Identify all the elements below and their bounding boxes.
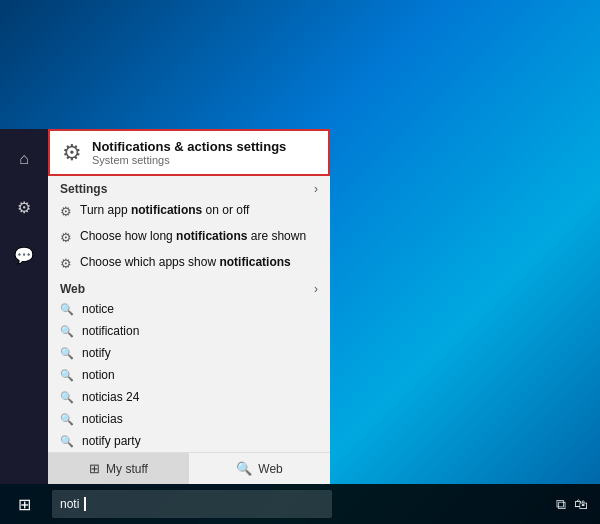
web-item-notify-text: notify (82, 346, 111, 360)
windows-icon: ⊞ (89, 461, 100, 476)
settings-item-2-icon: ⚙ (60, 230, 72, 245)
settings-item-2-text: Choose how long notifications are shown (80, 229, 306, 245)
web-item-notification-text: notification (82, 324, 139, 338)
settings-section-arrow: › (314, 182, 318, 196)
web-item-noticias24[interactable]: 🔍 noticias 24 (48, 386, 330, 408)
tab-my-stuff[interactable]: ⊞ My stuff (48, 453, 189, 484)
search-icon-3: 🔍 (60, 347, 74, 360)
tab-my-stuff-label: My stuff (106, 462, 148, 476)
sidebar: ⌂ ⚙ 💬 (0, 129, 48, 484)
web-item-notify-party-text: notify party (82, 434, 141, 448)
web-item-notification[interactable]: 🔍 notification (48, 320, 330, 342)
web-item-notion-text: notion (82, 368, 115, 382)
search-icon-7: 🔍 (60, 435, 74, 448)
store-icon[interactable]: 🛍 (574, 496, 588, 512)
search-icon-4: 🔍 (60, 369, 74, 382)
taskbar-search-text: noti (60, 497, 86, 511)
cursor (84, 497, 86, 511)
taskbar-search-typed: noti (60, 497, 79, 511)
settings-section-header: Settings › (48, 176, 330, 198)
settings-item-1[interactable]: ⚙ Turn app notifications on or off (48, 198, 330, 224)
search-icon-1: 🔍 (60, 303, 74, 316)
tab-web-label: Web (258, 462, 282, 476)
taskbar-search-box[interactable]: noti (52, 490, 332, 518)
sidebar-feedback-icon[interactable]: 💬 (0, 233, 48, 277)
top-result-subtitle: System settings (92, 154, 286, 166)
menu-content: ⚙ Notifications & actions settings Syste… (48, 129, 330, 484)
search-icon-6: 🔍 (60, 413, 74, 426)
top-result-icon: ⚙ (62, 140, 82, 166)
web-section-label: Web (60, 282, 85, 296)
start-button[interactable]: ⊞ (0, 484, 48, 524)
web-item-notion[interactable]: 🔍 notion (48, 364, 330, 386)
web-item-notice[interactable]: 🔍 notice (48, 298, 330, 320)
top-result-text: Notifications & actions settings System … (92, 139, 286, 166)
web-search-icon: 🔍 (236, 461, 252, 476)
web-section-arrow: › (314, 282, 318, 296)
search-icon-5: 🔍 (60, 391, 74, 404)
web-item-noticias[interactable]: 🔍 noticias (48, 408, 330, 430)
start-menu: ⌂ ⚙ 💬 ⚙ Notifications & actions settings… (0, 129, 330, 484)
bottom-tabs: ⊞ My stuff 🔍 Web (48, 452, 330, 484)
settings-item-1-text: Turn app notifications on or off (80, 203, 249, 219)
tab-web[interactable]: 🔍 Web (189, 453, 330, 484)
web-item-notice-text: notice (82, 302, 114, 316)
taskbar: ⊞ noti ⧉ 🛍 (0, 484, 600, 524)
settings-item-3-text: Choose which apps show notifications (80, 255, 291, 271)
web-item-notify[interactable]: 🔍 notify (48, 342, 330, 364)
sidebar-home-icon[interactable]: ⌂ (0, 137, 48, 181)
taskbar-icons: ⧉ 🛍 (556, 496, 600, 513)
sidebar-settings-icon[interactable]: ⚙ (0, 185, 48, 229)
web-item-noticias24-text: noticias 24 (82, 390, 139, 404)
settings-section-label: Settings (60, 182, 107, 196)
settings-item-3-icon: ⚙ (60, 256, 72, 271)
web-item-noticias-text: noticias (82, 412, 123, 426)
web-section-header: Web › (48, 276, 330, 298)
taskview-icon[interactable]: ⧉ (556, 496, 566, 513)
settings-item-2[interactable]: ⚙ Choose how long notifications are show… (48, 224, 330, 250)
top-result-item[interactable]: ⚙ Notifications & actions settings Syste… (48, 129, 330, 176)
web-item-notify-party[interactable]: 🔍 notify party (48, 430, 330, 452)
search-icon-2: 🔍 (60, 325, 74, 338)
settings-item-3[interactable]: ⚙ Choose which apps show notifications (48, 250, 330, 276)
settings-item-1-icon: ⚙ (60, 204, 72, 219)
top-result-title: Notifications & actions settings (92, 139, 286, 154)
